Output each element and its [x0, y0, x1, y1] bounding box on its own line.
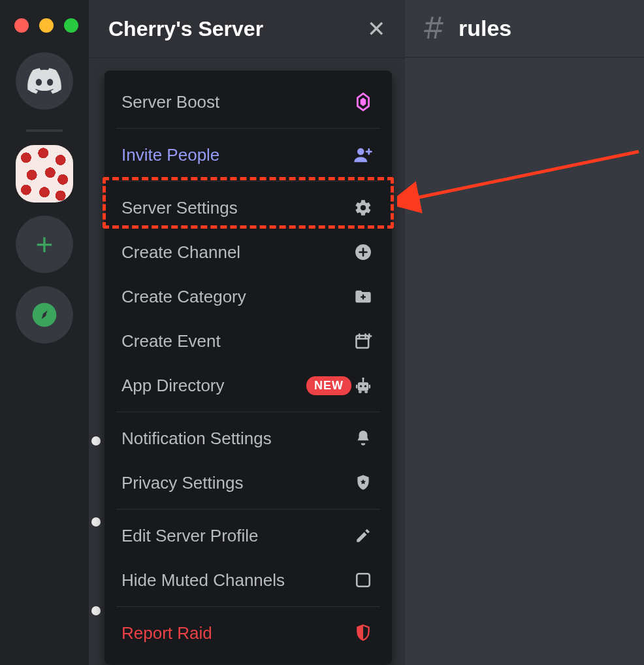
- unread-indicator: [91, 517, 101, 527]
- svg-point-6: [360, 385, 362, 387]
- menu-item-label: Edit Server Profile: [121, 526, 351, 546]
- channel-header: rules: [405, 0, 644, 57]
- menu-item-label: Report Raid: [121, 623, 351, 643]
- shield-alert-icon: [355, 624, 372, 642]
- svg-point-2: [357, 148, 364, 155]
- server-avatar-cherrys[interactable]: [16, 145, 73, 203]
- window-close-dot[interactable]: [14, 18, 29, 33]
- menu-notification-settings[interactable]: Notification Settings: [105, 416, 392, 461]
- calendar-plus-icon: [354, 332, 372, 350]
- svg-rect-5: [358, 382, 368, 391]
- menu-item-label: Create Category: [121, 287, 351, 307]
- discord-logo-icon: [27, 68, 61, 94]
- new-badge: NEW: [306, 376, 351, 395]
- menu-invite-people[interactable]: Invite People: [105, 133, 392, 177]
- menu-item-label: Create Event: [121, 331, 351, 351]
- unread-indicator: [91, 436, 101, 446]
- svg-rect-4: [357, 336, 369, 348]
- menu-separator: [116, 128, 380, 129]
- boost-gem-icon: [355, 92, 372, 112]
- svg-rect-11: [369, 385, 370, 389]
- chat-area: [405, 57, 644, 665]
- menu-item-label: Server Boost: [121, 92, 351, 112]
- window-minimize-dot[interactable]: [39, 18, 54, 33]
- robot-icon: [354, 376, 372, 395]
- menu-item-label: Create Channel: [121, 242, 351, 263]
- menu-separator: [116, 606, 380, 607]
- window-controls: [14, 18, 78, 33]
- server-header[interactable]: Cherry's Server ✕: [89, 0, 405, 57]
- svg-point-9: [362, 378, 364, 380]
- svg-point-7: [364, 385, 366, 387]
- menu-app-directory[interactable]: App Directory NEW: [105, 363, 392, 408]
- home-discord-button[interactable]: [16, 52, 73, 110]
- menu-separator: [116, 181, 380, 182]
- server-rail: +: [0, 0, 89, 665]
- menu-edit-server-profile[interactable]: Edit Server Profile: [105, 513, 392, 558]
- plus-circle-icon: [355, 244, 372, 261]
- svg-rect-12: [359, 391, 362, 393]
- menu-item-label: Hide Muted Channels: [121, 570, 351, 591]
- menu-item-label: App Directory: [121, 376, 297, 396]
- checkbox-empty-icon: [355, 572, 372, 589]
- plus-icon: +: [36, 227, 54, 262]
- channel-name: rules: [459, 16, 511, 41]
- gear-icon: [354, 199, 372, 217]
- folder-plus-icon: [354, 289, 372, 304]
- menu-server-settings[interactable]: Server Settings: [105, 186, 392, 230]
- window-zoom-dot[interactable]: [64, 18, 78, 33]
- menu-hide-muted-channels[interactable]: Hide Muted Channels: [105, 558, 392, 602]
- menu-item-label: Notification Settings: [121, 429, 351, 449]
- menu-privacy-settings[interactable]: Privacy Settings: [105, 461, 392, 505]
- menu-create-channel[interactable]: Create Channel: [105, 230, 392, 274]
- add-server-button[interactable]: +: [16, 216, 73, 273]
- menu-separator: [116, 412, 380, 412]
- svg-point-1: [43, 314, 46, 317]
- unread-indicator: [91, 606, 101, 615]
- menu-create-category[interactable]: Create Category: [105, 274, 392, 319]
- person-plus-icon: [353, 146, 373, 163]
- menu-separator: [116, 509, 380, 510]
- compass-icon: [30, 300, 59, 329]
- svg-rect-10: [356, 385, 357, 389]
- explore-servers-button[interactable]: [16, 286, 73, 344]
- server-title: Cherry's Server: [108, 17, 367, 41]
- menu-item-label: Invite People: [121, 145, 351, 165]
- menu-item-label: Server Settings: [121, 198, 351, 218]
- menu-item-label: Privacy Settings: [121, 473, 351, 493]
- bell-icon: [355, 429, 372, 447]
- svg-rect-14: [357, 574, 370, 587]
- menu-server-boost[interactable]: Server Boost: [105, 80, 392, 124]
- shield-star-icon: [355, 474, 372, 492]
- pencil-icon: [355, 527, 372, 544]
- hash-icon: [421, 16, 447, 42]
- server-dropdown-menu: Server Boost Invite People Server Settin…: [105, 71, 392, 664]
- menu-report-raid[interactable]: Report Raid: [105, 611, 392, 655]
- cherry-avatar-image: [16, 145, 73, 203]
- rail-separator: [26, 129, 63, 132]
- close-icon[interactable]: ✕: [367, 16, 385, 42]
- svg-rect-13: [364, 391, 368, 393]
- menu-create-event[interactable]: Create Event: [105, 319, 392, 363]
